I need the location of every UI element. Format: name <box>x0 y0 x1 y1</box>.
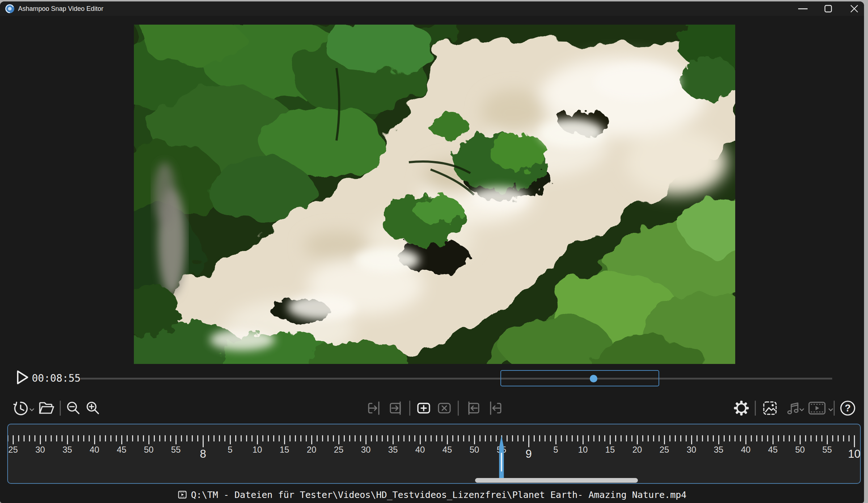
ruler-tick <box>34 435 35 441</box>
toolbar-divider <box>60 401 61 416</box>
ruler-tick <box>175 435 177 444</box>
export-video-button[interactable] <box>807 399 827 417</box>
titlebar: Ashampoo Snap Video Editor <box>0 1 864 16</box>
ruler-tick <box>132 435 133 441</box>
ruler-tick <box>197 435 198 441</box>
ruler-tick <box>517 435 518 441</box>
ruler-tick <box>832 435 833 441</box>
ruler-tick <box>534 435 535 441</box>
ruler-tick <box>626 435 627 441</box>
delete-segment-button[interactable] <box>436 399 453 417</box>
ruler-second-label: 50 <box>144 445 154 455</box>
window-title: Ashampoo Snap Video Editor <box>18 1 103 16</box>
ruler-second-label: 20 <box>632 445 642 455</box>
ruler-tick <box>783 435 784 441</box>
ruler-tick <box>756 435 757 441</box>
ruler-tick <box>295 435 296 441</box>
ruler-second-label: 25 <box>8 445 18 455</box>
ruler-tick <box>154 435 155 441</box>
ruler-tick <box>631 435 632 441</box>
ruler-tick <box>398 435 399 441</box>
play-icon <box>15 369 30 385</box>
ruler-tick <box>707 435 708 441</box>
ruler-tick <box>821 435 822 441</box>
ruler-second-label: 40 <box>741 445 751 455</box>
ruler-second-label: 45 <box>443 445 452 455</box>
history-button[interactable] <box>12 399 29 417</box>
move-clip-start-button[interactable] <box>388 399 405 417</box>
ruler-tick <box>268 435 269 441</box>
export-image-button[interactable] <box>761 399 779 417</box>
trim-end-button[interactable] <box>486 399 504 417</box>
zoom-out-button[interactable] <box>65 399 82 417</box>
music-dropdown-chevron-icon[interactable] <box>799 408 805 412</box>
ruler-tick <box>789 435 790 441</box>
seek-handle[interactable] <box>590 375 597 382</box>
ruler-tick <box>539 435 540 441</box>
ruler-tick <box>431 435 432 441</box>
ruler-tick <box>360 435 361 441</box>
ruler-tick <box>403 435 405 441</box>
ruler-tick <box>794 435 795 441</box>
timeline-ruler: 2530354045505585101520253035404550559510… <box>8 424 860 483</box>
ruler-tick <box>327 435 329 441</box>
ruler-tick <box>800 435 801 444</box>
close-button[interactable] <box>843 1 864 16</box>
open-folder-icon <box>38 399 55 417</box>
ruler-tick <box>300 435 301 441</box>
current-time: 00:08:55 <box>32 372 81 384</box>
ruler-second-label: 40 <box>415 445 425 455</box>
ruler-tick <box>838 435 839 441</box>
timeline-panel[interactable]: 2530354045505585101520253035404550559510… <box>7 424 861 484</box>
ruler-tick <box>121 435 122 444</box>
ruler-tick <box>333 435 334 441</box>
move-clip-end-button[interactable] <box>464 399 481 417</box>
ruler-tick <box>311 435 312 444</box>
ruler-tick <box>376 435 377 441</box>
ruler-second-label: 30 <box>687 445 696 455</box>
zoom-in-icon <box>85 400 101 416</box>
ruler-tick <box>371 435 372 441</box>
timeline-scrollbar-thumb[interactable] <box>475 478 638 483</box>
ruler-tick <box>7 435 8 441</box>
ruler-tick <box>420 435 421 444</box>
ruler-tick <box>561 435 562 441</box>
ruler-tick <box>344 435 345 441</box>
seek-selection-box[interactable] <box>500 370 659 386</box>
ruler-tick <box>349 435 350 441</box>
trim-start-button[interactable] <box>366 399 383 417</box>
ruler-tick <box>577 435 578 441</box>
timeline-playhead[interactable] <box>499 435 504 478</box>
ruler-tick <box>284 435 285 444</box>
ruler-tick <box>854 435 855 447</box>
ruler-second-label: 35 <box>388 445 398 455</box>
history-dropdown-chevron-icon[interactable] <box>29 408 35 412</box>
ruler-tick <box>545 435 546 441</box>
ruler-tick <box>593 435 594 441</box>
ruler-tick <box>137 435 139 441</box>
settings-button[interactable] <box>733 399 750 417</box>
video-dropdown-chevron-icon[interactable] <box>828 408 834 412</box>
play-button[interactable] <box>14 369 30 386</box>
open-file-button[interactable] <box>38 399 55 417</box>
seek-track[interactable] <box>80 378 832 380</box>
ruler-tick <box>159 435 160 441</box>
trim-end-icon <box>486 399 504 417</box>
maximize-button[interactable] <box>817 1 839 16</box>
ruler-tick <box>94 435 95 444</box>
ruler-tick <box>550 435 551 441</box>
ruler-second-label: 40 <box>90 445 99 455</box>
ruler-tick <box>447 435 448 444</box>
ruler-tick <box>648 435 649 441</box>
maximize-icon <box>824 5 832 13</box>
minimize-button[interactable] <box>792 1 814 16</box>
ruler-second-label: 25 <box>660 445 669 455</box>
add-segment-button[interactable] <box>415 399 432 417</box>
ruler-tick <box>203 435 204 447</box>
help-button[interactable]: ? <box>839 399 856 417</box>
ruler-tick <box>615 435 616 441</box>
ruler-tick <box>664 435 665 444</box>
zoom-in-button[interactable] <box>84 399 102 417</box>
ruler-tick <box>512 435 513 441</box>
ruler-tick <box>51 435 52 441</box>
